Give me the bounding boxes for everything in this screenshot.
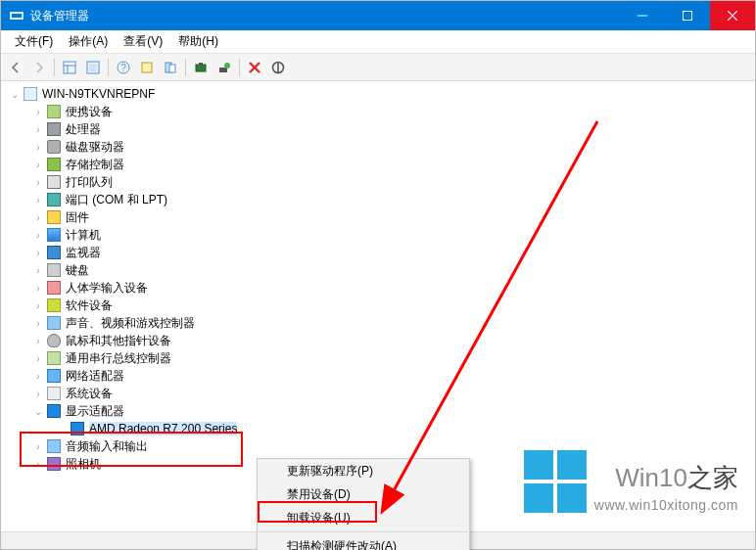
expander-icon[interactable]: ⌄ bbox=[9, 89, 21, 100]
expander-icon[interactable]: › bbox=[32, 353, 44, 364]
tree-node-label: 音频输入和输出 bbox=[66, 438, 148, 455]
help-button[interactable]: ? bbox=[113, 57, 134, 78]
tree-node-label: 磁盘驱动器 bbox=[66, 139, 124, 156]
expander-icon[interactable]: › bbox=[32, 124, 44, 135]
update-driver-button[interactable] bbox=[213, 57, 235, 78]
ic-printer-icon bbox=[46, 174, 62, 190]
tree-node-label: 处理器 bbox=[66, 121, 101, 138]
properties-button[interactable] bbox=[136, 57, 158, 78]
forward-button[interactable] bbox=[28, 57, 50, 78]
window-title: 设备管理器 bbox=[30, 8, 620, 24]
tree-display-adapter-item[interactable]: AMD Radeon R7 200 Series bbox=[1, 420, 755, 437]
scan-hardware-button[interactable] bbox=[190, 57, 212, 78]
back-button[interactable] bbox=[5, 57, 26, 78]
expander-icon[interactable]: › bbox=[32, 300, 44, 311]
expander-icon[interactable]: › bbox=[32, 212, 44, 223]
tree-node[interactable]: ›鼠标和其他指针设备 bbox=[1, 332, 755, 349]
tree-node[interactable]: ›网络适配器 bbox=[1, 367, 755, 385]
tree-node-label: 打印队列 bbox=[66, 174, 113, 191]
ic-sound-icon bbox=[46, 438, 62, 454]
tree-node-label: 显示适配器 bbox=[66, 403, 124, 420]
expander-icon[interactable]: › bbox=[32, 248, 44, 258]
expander-icon[interactable]: › bbox=[32, 318, 44, 329]
ic-computer-icon bbox=[46, 227, 62, 243]
tree-display-adapters[interactable]: ⌄ 显示适配器 bbox=[1, 402, 755, 420]
svg-text:?: ? bbox=[120, 63, 126, 73]
expander-icon[interactable]: › bbox=[32, 177, 44, 188]
tree-node[interactable]: ›监视器 bbox=[1, 244, 755, 261]
tree-node[interactable]: ›软件设备 bbox=[1, 297, 755, 314]
titlebar: 设备管理器 bbox=[1, 1, 755, 30]
svg-point-19 bbox=[224, 63, 230, 69]
tree-node[interactable]: ›键盘 bbox=[1, 261, 755, 279]
ic-hid-icon bbox=[46, 280, 62, 296]
expander-icon[interactable]: › bbox=[32, 107, 44, 117]
minimize-button[interactable] bbox=[620, 1, 665, 30]
tree-node[interactable]: ›存储控制器 bbox=[1, 156, 755, 173]
menubar: 文件(F) 操作(A) 查看(V) 帮助(H) bbox=[1, 30, 755, 54]
ic-camera-icon bbox=[46, 456, 62, 472]
show-tree-button[interactable] bbox=[59, 57, 80, 78]
context-disable-device[interactable]: 禁用设备(D) bbox=[258, 482, 469, 506]
tree-node[interactable]: ›声音、视频和游戏控制器 bbox=[1, 314, 755, 332]
ic-firmware-icon bbox=[46, 209, 62, 225]
ic-disk-icon bbox=[46, 139, 62, 155]
svg-rect-1 bbox=[12, 14, 22, 18]
tree-node-label: 端口 (COM 和 LPT) bbox=[66, 192, 167, 208]
tree-node[interactable]: ›固件 bbox=[1, 208, 755, 226]
ic-monitor-icon bbox=[46, 245, 62, 260]
expander-icon[interactable]: › bbox=[32, 195, 44, 206]
tree-node[interactable]: ›打印队列 bbox=[1, 173, 755, 191]
tree-node-label: 系统设备 bbox=[66, 386, 113, 402]
expander-icon[interactable]: › bbox=[32, 441, 44, 452]
menu-view[interactable]: 查看(V) bbox=[116, 30, 170, 53]
toolbar-icon-5[interactable] bbox=[160, 57, 181, 78]
expander-icon[interactable]: › bbox=[32, 265, 44, 276]
watermark-brand: Win10之家 bbox=[615, 463, 738, 492]
expander-icon[interactable]: › bbox=[32, 160, 44, 170]
expander-icon[interactable]: › bbox=[32, 336, 44, 346]
expander-icon[interactable]: › bbox=[32, 142, 44, 153]
maximize-button[interactable] bbox=[665, 1, 710, 30]
svg-rect-17 bbox=[199, 63, 203, 66]
expander-icon[interactable]: › bbox=[32, 389, 44, 399]
tree-root-label: WIN-N9TKVNREPNF bbox=[42, 87, 155, 101]
watermark-url: www.win10xitong.com bbox=[594, 497, 738, 513]
close-button[interactable] bbox=[710, 1, 755, 30]
context-uninstall-device[interactable]: 卸载设备(U) bbox=[258, 506, 469, 529]
tree-node[interactable]: ›处理器 bbox=[1, 120, 755, 138]
uninstall-button[interactable] bbox=[244, 57, 265, 78]
expander-icon[interactable]: › bbox=[32, 371, 44, 382]
expander-icon[interactable]: › bbox=[32, 230, 44, 241]
ic-software-icon bbox=[46, 298, 62, 313]
tree-node[interactable]: ›端口 (COM 和 LPT) bbox=[1, 191, 755, 208]
tree-node[interactable]: ›便携设备 bbox=[1, 103, 755, 120]
tree-node[interactable]: ›系统设备 bbox=[1, 385, 755, 402]
expander-icon[interactable]: › bbox=[32, 459, 44, 470]
svg-rect-18 bbox=[219, 68, 227, 72]
tree-node-label: AMD Radeon R7 200 Series bbox=[89, 422, 237, 435]
context-update-driver[interactable]: 更新驱动程序(P) bbox=[258, 459, 469, 482]
tree-node-label: 存储控制器 bbox=[66, 157, 124, 173]
tree-node[interactable]: ›人体学输入设备 bbox=[1, 279, 755, 297]
tree-node-label: 鼠标和其他指针设备 bbox=[66, 333, 171, 349]
expander-icon[interactable]: ⌄ bbox=[32, 406, 44, 417]
menu-action[interactable]: 操作(A) bbox=[61, 30, 116, 53]
tree-root[interactable]: ⌄ WIN-N9TKVNREPNF bbox=[1, 85, 755, 103]
tree-node-label: 监视器 bbox=[66, 245, 101, 261]
tree-node[interactable]: ›磁盘驱动器 bbox=[1, 138, 755, 156]
context-scan-hardware[interactable]: 扫描检测硬件改动(A) bbox=[258, 534, 469, 550]
ic-portable-icon bbox=[46, 104, 62, 119]
disable-button[interactable] bbox=[267, 57, 289, 78]
expander-icon[interactable]: › bbox=[32, 283, 44, 294]
computer-icon bbox=[23, 86, 38, 102]
tree-node[interactable]: ›计算机 bbox=[1, 226, 755, 244]
ic-system-icon bbox=[46, 386, 62, 401]
display-icon bbox=[46, 403, 62, 419]
menu-file[interactable]: 文件(F) bbox=[7, 30, 61, 53]
ic-serial-icon bbox=[46, 350, 62, 366]
tree-node[interactable]: ›通用串行总线控制器 bbox=[1, 349, 755, 367]
toolbar-icon-2[interactable] bbox=[82, 57, 104, 78]
menu-help[interactable]: 帮助(H) bbox=[170, 30, 226, 53]
tree-node-label: 网络适配器 bbox=[66, 368, 124, 385]
